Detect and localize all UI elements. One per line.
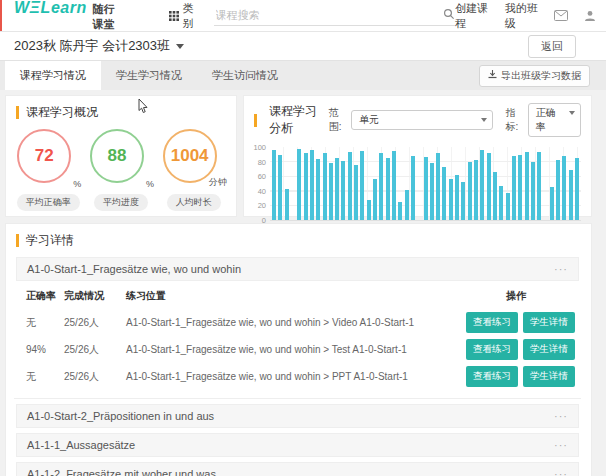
- detail-title: 学习详情: [26, 232, 74, 249]
- more-options-icon[interactable]: ···: [554, 468, 568, 476]
- overview-metrics: 72 % 平均正确率 88 % 平均进度 1004: [6, 125, 236, 211]
- chart-bar: [525, 152, 529, 220]
- chart-bar: [411, 156, 415, 220]
- section-accent-bar: [16, 234, 19, 247]
- row-completion: 25/26人: [64, 370, 126, 384]
- chart-bar: [323, 153, 327, 220]
- chart-bar: [518, 155, 522, 220]
- more-options-icon[interactable]: ···: [554, 439, 568, 451]
- chart-bar: [499, 186, 503, 220]
- metric-duration-label: 人均时长: [167, 194, 221, 211]
- row-location: A1-0-Start-1_Fragesätze wie, wo und wohi…: [126, 344, 457, 355]
- table-row: 无 25/26人 A1-0-Start-1_Fragesätze wie, wo…: [20, 363, 575, 390]
- col-location-header: 练习位置: [126, 289, 457, 303]
- section-accent-bar: [254, 114, 257, 127]
- metric-duration: 1004 分钟 人均时长: [159, 129, 229, 211]
- range-select[interactable]: 单元: [351, 110, 492, 130]
- chart-bar: [354, 165, 358, 220]
- navbar-right: 创建课程 我的班级: [455, 1, 596, 31]
- unit-item-label: A1-0-Start-2_Präpositionen in und aus: [27, 410, 214, 422]
- y-tick-label: 100: [253, 143, 266, 152]
- metric-progress-label: 平均进度: [94, 194, 148, 211]
- chart-bar: [272, 150, 276, 220]
- back-button[interactable]: 返回: [528, 35, 576, 58]
- course-analysis-card: 课程学习分析 范围: 单元 指标: 正确率 100806040200: [243, 95, 592, 217]
- chart-bar: [392, 151, 396, 220]
- analysis-bar-chart: 100806040200: [244, 139, 591, 233]
- chart-bar: [537, 152, 541, 220]
- overview-row: 课程学习概况 72 % 平均正确率 88 % 平均进度: [5, 95, 592, 217]
- export-data-label: 导出班级学习数据: [501, 69, 581, 83]
- chart-plot-area: [270, 147, 581, 221]
- overview-title: 课程学习概况: [26, 104, 98, 121]
- window-edge-strip: [0, 0, 2, 31]
- row-accuracy: 无: [20, 316, 64, 330]
- tab-student-visits[interactable]: 学生访问情况: [197, 61, 293, 90]
- chart-bar: [512, 156, 516, 220]
- chart-bar: [341, 161, 345, 220]
- learning-detail-card: 学习详情 A1-0-Start-1_Fragesätze wie, wo und…: [5, 223, 592, 476]
- unit-item-expanded[interactable]: A1-0-Start-1_Fragesätze wie, wo und wohi…: [16, 257, 579, 281]
- search-input[interactable]: [214, 5, 443, 25]
- unit-item-collapsed[interactable]: A1-0-Start-2_Präpositionen in und aus ··…: [16, 404, 579, 428]
- tab-course-learning[interactable]: 课程学习情况: [5, 61, 101, 90]
- chart-bar: [360, 151, 364, 220]
- grid-icon: [169, 11, 179, 21]
- more-options-icon[interactable]: ···: [554, 410, 568, 422]
- app-logo[interactable]: WΞLearn 随行课堂: [14, 0, 121, 32]
- export-data-button[interactable]: 导出班级学习数据: [479, 65, 590, 87]
- chart-bar: [316, 159, 320, 220]
- chart-bar: [531, 162, 535, 220]
- chart-bar: [556, 160, 560, 220]
- chart-bar: [461, 182, 465, 220]
- student-detail-button[interactable]: 学生详情: [523, 366, 575, 387]
- row-location: A1-0-Start-1_Fragesätze wie, wo und wohi…: [126, 371, 457, 382]
- chart-bar: [487, 153, 491, 220]
- metric-progress-value: 88: [108, 146, 127, 166]
- metric-select[interactable]: 正确率: [528, 103, 581, 137]
- metric-accuracy-unit: %: [73, 179, 81, 189]
- chart-bar: [379, 153, 383, 220]
- chevron-down-icon[interactable]: [176, 44, 184, 49]
- search-icon[interactable]: [443, 6, 455, 24]
- unit-item-collapsed[interactable]: A1-1-1_Aussagesätze ···: [16, 433, 579, 457]
- table-row: 无 25/26人 A1-0-Start-1_Fragesätze wie, wo…: [20, 309, 575, 336]
- chart-bar: [405, 190, 409, 220]
- my-classes-link[interactable]: 我的班级: [505, 1, 538, 31]
- row-completion: 25/26人: [64, 316, 126, 330]
- create-course-link[interactable]: 创建课程: [455, 1, 488, 31]
- student-detail-button[interactable]: 学生详情: [523, 339, 575, 360]
- unit-item-collapsed[interactable]: A1-1-2_Fragesätze mit woher und was ···: [16, 462, 579, 476]
- chart-bar: [442, 167, 446, 220]
- logo-brand: WΞLearn: [14, 0, 87, 17]
- chart-bar: [348, 152, 352, 220]
- chart-bar: [493, 172, 497, 220]
- metric-label: 指标:: [506, 106, 523, 134]
- row-location: A1-0-Start-1_Fragesätze wie, wo und wohi…: [126, 317, 457, 328]
- chart-bar: [285, 189, 289, 220]
- unit-item-label: A1-0-Start-1_Fragesätze wie, wo und wohi…: [27, 263, 241, 275]
- message-icon[interactable]: [554, 10, 568, 21]
- view-exercise-button[interactable]: 查看练习: [466, 312, 518, 333]
- tab-student-learning[interactable]: 学生学习情况: [101, 61, 197, 90]
- chart-bar: [335, 158, 339, 220]
- category-menu[interactable]: 类别: [169, 1, 200, 31]
- view-exercise-button[interactable]: 查看练习: [466, 339, 518, 360]
- unit-item-label: A1-1-1_Aussagesätze: [27, 439, 135, 451]
- student-detail-button[interactable]: 学生详情: [523, 312, 575, 333]
- chart-bar: [367, 200, 371, 220]
- y-tick-label: 80: [258, 158, 266, 167]
- view-exercise-button[interactable]: 查看练习: [466, 366, 518, 387]
- range-label: 范围:: [329, 106, 346, 134]
- chart-bars: [270, 147, 581, 220]
- course-search: [214, 5, 455, 26]
- user-icon[interactable]: [584, 10, 596, 22]
- row-accuracy: 94%: [20, 344, 64, 355]
- section-accent-bar: [16, 106, 19, 119]
- chart-bar: [455, 175, 459, 220]
- chart-bar: [575, 158, 579, 220]
- col-completion-header: 完成情况: [64, 289, 126, 303]
- more-options-icon[interactable]: ···: [554, 263, 568, 275]
- class-header: 2023秋 陈丹宇 会计2303班 返回: [0, 32, 606, 60]
- chart-bar: [424, 157, 428, 220]
